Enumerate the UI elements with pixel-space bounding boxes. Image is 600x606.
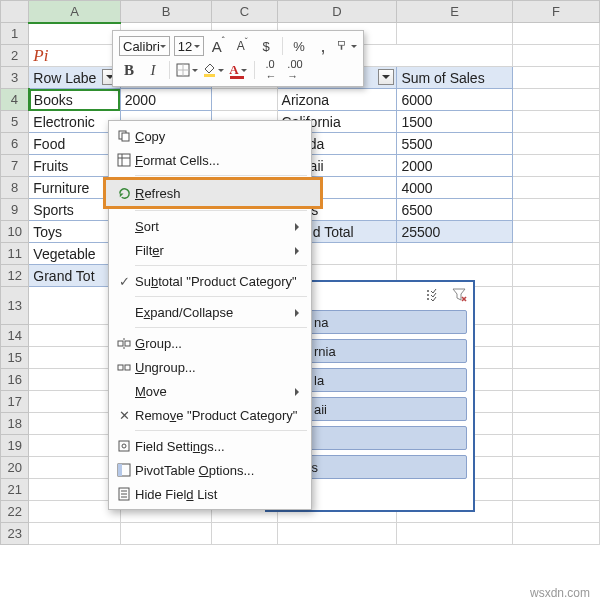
col-header-E[interactable]: E — [397, 1, 512, 23]
select-all-corner[interactable] — [1, 1, 29, 23]
format-painter-icon[interactable] — [337, 36, 357, 56]
col-header-C[interactable]: C — [212, 1, 277, 23]
menu-filter[interactable]: Filter — [109, 238, 311, 262]
pivot2-grand-total-value[interactable]: 25500 — [397, 221, 512, 243]
svg-rect-14 — [125, 365, 130, 370]
cell[interactable]: Food — [29, 133, 120, 155]
menu-hide-field-list[interactable]: Hide Field List — [109, 482, 311, 506]
row-header[interactable]: 6 — [1, 133, 29, 155]
field-settings-icon — [113, 439, 135, 453]
menu-ungroup[interactable]: Ungroup... — [109, 355, 311, 379]
svg-rect-15 — [119, 441, 129, 451]
row-header[interactable]: 18 — [1, 413, 29, 435]
watermark: wsxdn.com — [530, 586, 590, 600]
cell[interactable]: 6500 — [397, 199, 512, 221]
svg-rect-5 — [204, 74, 215, 77]
svg-rect-12 — [125, 341, 130, 346]
pivot1-grand-total[interactable]: Grand Tot — [29, 265, 120, 287]
row-header[interactable]: 4 — [1, 89, 29, 111]
row-header[interactable]: 10 — [1, 221, 29, 243]
row-header[interactable]: 19 — [1, 435, 29, 457]
row-header[interactable]: 14 — [1, 325, 29, 347]
row-header[interactable]: 23 — [1, 523, 29, 545]
row-header[interactable]: 13 — [1, 287, 29, 325]
cell[interactable]: 6000 — [397, 89, 512, 111]
pivot-options-icon — [113, 463, 135, 477]
decrease-font-icon[interactable]: Aˇ — [232, 36, 252, 56]
increase-font-icon[interactable]: Aˆ — [208, 36, 228, 56]
bold-button[interactable]: B — [119, 60, 139, 80]
clear-filter-icon[interactable] — [452, 288, 467, 302]
italic-button[interactable]: I — [143, 60, 163, 80]
menu-move[interactable]: Move — [109, 379, 311, 403]
menu-pivottable-options[interactable]: PivotTable Options... — [109, 458, 311, 482]
svg-point-16 — [122, 444, 126, 448]
menu-refresh[interactable]: Refresh — [105, 179, 321, 207]
mini-toolbar: Calibri 12 Aˆ Aˇ $ % , B I A .0← .00→ — [112, 30, 364, 87]
borders-icon[interactable] — [176, 60, 198, 80]
svg-rect-13 — [118, 365, 123, 370]
menu-remove[interactable]: ✕ Remove "Product Category" — [109, 403, 311, 427]
font-color-icon[interactable]: A — [228, 60, 248, 80]
increase-decimal-icon[interactable]: .00→ — [285, 60, 305, 80]
svg-rect-7 — [122, 133, 129, 141]
row-header[interactable]: 17 — [1, 391, 29, 413]
context-menu: Copy Format Cells... Refresh Sort Filter… — [108, 120, 312, 510]
row-header[interactable]: 8 — [1, 177, 29, 199]
pivot1-row-labels-header[interactable]: Row Labe — [29, 67, 120, 89]
check-icon — [113, 274, 135, 289]
pivot1-title: Pi — [29, 45, 120, 67]
row-header[interactable]: 5 — [1, 111, 29, 133]
row-header[interactable]: 16 — [1, 369, 29, 391]
svg-rect-1 — [341, 45, 343, 50]
font-family-select[interactable]: Calibri — [119, 36, 170, 56]
row-header[interactable]: 15 — [1, 347, 29, 369]
dropdown-icon[interactable] — [378, 69, 394, 85]
fill-color-icon[interactable] — [202, 60, 224, 80]
menu-sort[interactable]: Sort — [109, 214, 311, 238]
menu-copy[interactable]: Copy — [109, 124, 311, 148]
font-size-select[interactable]: 12 — [174, 36, 204, 56]
cell[interactable]: Arizona — [277, 89, 397, 111]
cell-B4[interactable]: 2000 — [120, 89, 211, 111]
cell[interactable]: 2000 — [397, 155, 512, 177]
menu-expand-collapse[interactable]: Expand/Collapse — [109, 300, 311, 324]
cell[interactable]: 5500 — [397, 133, 512, 155]
cell-A4[interactable]: Books — [29, 89, 120, 111]
group-icon — [113, 336, 135, 350]
svg-rect-18 — [118, 464, 122, 476]
row-header[interactable]: 1 — [1, 23, 29, 45]
accounting-format-icon[interactable]: $ — [256, 36, 276, 56]
menu-subtotal[interactable]: Subtotal "Product Category" — [109, 269, 311, 293]
row-header[interactable]: 20 — [1, 457, 29, 479]
cell[interactable]: Electronic — [29, 111, 120, 133]
field-list-icon — [113, 487, 135, 501]
menu-format-cells[interactable]: Format Cells... — [109, 148, 311, 172]
col-header-D[interactable]: D — [277, 1, 397, 23]
menu-group[interactable]: Group... — [109, 331, 311, 355]
col-header-A[interactable]: A — [29, 1, 120, 23]
svg-rect-11 — [118, 341, 123, 346]
row-header[interactable]: 9 — [1, 199, 29, 221]
ungroup-icon — [113, 360, 135, 374]
percent-format-icon[interactable]: % — [289, 36, 309, 56]
menu-field-settings[interactable]: Field Settings... — [109, 434, 311, 458]
cell[interactable]: 1500 — [397, 111, 512, 133]
format-cells-icon — [113, 153, 135, 167]
col-header-B[interactable]: B — [120, 1, 211, 23]
row-header[interactable]: 12 — [1, 265, 29, 287]
decrease-decimal-icon[interactable]: .0← — [261, 60, 281, 80]
row-header[interactable]: 21 — [1, 479, 29, 501]
col-header-F[interactable]: F — [512, 1, 599, 23]
multi-select-icon[interactable] — [426, 288, 442, 302]
row-header[interactable]: 2 — [1, 45, 29, 67]
comma-format-icon[interactable]: , — [313, 36, 333, 56]
cell[interactable]: 4000 — [397, 177, 512, 199]
row-header[interactable]: 3 — [1, 67, 29, 89]
cell[interactable]: Vegetable — [29, 243, 120, 265]
row-header[interactable]: 7 — [1, 155, 29, 177]
row-header[interactable]: 11 — [1, 243, 29, 265]
row-header[interactable]: 22 — [1, 501, 29, 523]
cell[interactable]: Toys — [29, 221, 120, 243]
cell[interactable]: Fruits — [29, 155, 120, 177]
